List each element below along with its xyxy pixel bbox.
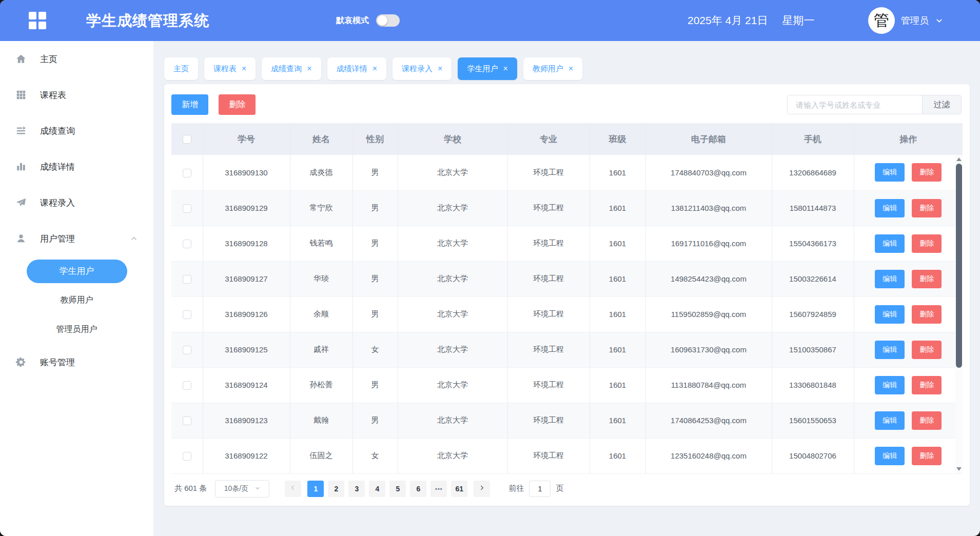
prev-page-button[interactable] [285, 481, 301, 497]
sidebar-item[interactable]: 成绩详情 [0, 149, 153, 185]
next-page-button[interactable] [474, 481, 490, 497]
sidebar-item[interactable]: 账号管理 [0, 344, 153, 380]
table-row: 3168909130 成炎德 男 北京大学 环境工程 1601 17488407… [171, 155, 963, 190]
page-size-select[interactable]: 10条/页 [215, 480, 269, 498]
edit-button[interactable]: 编辑 [875, 341, 905, 359]
main-content: 主页 课程表 × 成绩查询 × 成绩详情 × [154, 41, 980, 536]
filter-button[interactable]: 过滤 [922, 95, 961, 114]
page-number-button[interactable]: 5 [389, 481, 406, 497]
page-list: 1 2 3 4 [307, 481, 467, 497]
student-id-cell: 3168909124 [203, 367, 290, 403]
row-delete-button[interactable]: 删除 [912, 270, 942, 288]
tab[interactable]: 教师用户 × [523, 57, 582, 80]
select-all-checkbox[interactable] [183, 135, 191, 144]
app-menu-grid-icon[interactable] [29, 12, 46, 29]
page-number-button[interactable]: 61 [451, 481, 467, 497]
scroll-down-icon[interactable] [956, 467, 962, 471]
edit-button[interactable]: 编辑 [875, 305, 905, 324]
edit-button[interactable]: 编辑 [875, 376, 905, 394]
row-delete-button[interactable]: 删除 [912, 341, 942, 359]
actions-cell: 编辑 删除 [854, 403, 963, 438]
phone-cell: 15100350867 [772, 332, 854, 367]
page-number-button[interactable]: ••• [430, 481, 447, 497]
gender-cell: 女 [352, 438, 398, 473]
row-delete-button[interactable]: 删除 [912, 447, 942, 465]
vertical-scrollbar[interactable] [955, 155, 963, 473]
edit-button[interactable]: 编辑 [875, 447, 905, 465]
row-checkbox[interactable] [183, 275, 191, 284]
sidebar-item[interactable]: 课程表 [0, 77, 153, 113]
goto-suffix: 页 [556, 484, 563, 493]
row-delete-button[interactable]: 删除 [912, 305, 942, 324]
page-number-button[interactable]: 2 [328, 481, 344, 497]
sidebar-item[interactable]: 用户管理 [0, 221, 153, 256]
gear-icon [15, 356, 27, 368]
row-checkbox[interactable] [183, 416, 191, 425]
page-number-button[interactable]: 3 [348, 481, 365, 497]
actions-cell: 编辑 删除 [854, 296, 963, 332]
sidebar-item[interactable]: 主页 [0, 41, 153, 77]
scrollbar-thumb[interactable] [956, 164, 962, 368]
close-icon[interactable]: × [569, 65, 573, 73]
page-number-button[interactable]: 6 [410, 481, 426, 497]
add-button[interactable]: 新增 [171, 94, 208, 115]
row-delete-button[interactable]: 删除 [912, 199, 942, 217]
search-input[interactable] [788, 95, 922, 114]
sidebar-item[interactable]: 管理员用户 [0, 315, 153, 344]
student-id-cell: 3168909129 [203, 190, 290, 226]
close-icon[interactable]: × [438, 65, 442, 73]
mode-toggle[interactable] [376, 14, 400, 27]
page-number-button[interactable]: 1 [307, 481, 324, 497]
delete-button[interactable]: 删除 [219, 94, 256, 115]
tab[interactable]: 课程表 × [204, 57, 256, 80]
edit-button[interactable]: 编辑 [875, 270, 905, 288]
column-header: 学号 [203, 123, 290, 155]
actions-cell: 编辑 删除 [854, 367, 963, 403]
close-icon[interactable]: × [242, 65, 246, 73]
email-cell: 1131880784@qq.com [645, 367, 772, 403]
phone-cell: 15003226614 [772, 261, 854, 296]
student-id-cell: 3168909122 [203, 438, 290, 473]
chevron-up-icon[interactable] [130, 234, 138, 243]
close-icon[interactable]: × [307, 65, 311, 73]
app-title: 学生成绩管理系统 [86, 0, 209, 41]
user-menu[interactable]: 管 管理员 [868, 0, 944, 41]
actions-cell: 编辑 删除 [854, 226, 963, 261]
name-cell: 钱若鸣 [290, 226, 352, 261]
sidebar-item[interactable]: 课程录入 [0, 185, 153, 221]
row-delete-button[interactable]: 删除 [912, 411, 942, 430]
row-checkbox[interactable] [183, 346, 191, 354]
row-checkbox[interactable] [183, 240, 191, 248]
toggle-knob [377, 15, 387, 26]
row-delete-button[interactable]: 删除 [912, 376, 942, 394]
sidebar-item[interactable]: 教师用户 [0, 286, 153, 315]
edit-button[interactable]: 编辑 [875, 411, 905, 430]
close-icon[interactable]: × [503, 65, 507, 73]
row-delete-button[interactable]: 删除 [912, 163, 942, 182]
row-checkbox[interactable] [183, 204, 191, 213]
checkbox-cell [171, 403, 203, 438]
close-icon[interactable]: × [373, 65, 377, 73]
avatar[interactable]: 管 [868, 7, 895, 34]
major-cell: 环境工程 [507, 296, 590, 332]
goto-page-input[interactable] [529, 481, 551, 497]
tab[interactable]: 主页 [164, 57, 198, 80]
row-checkbox[interactable] [183, 381, 191, 390]
edit-button[interactable]: 编辑 [875, 163, 905, 182]
scroll-up-icon[interactable] [956, 157, 962, 161]
edit-button[interactable]: 编辑 [875, 199, 905, 217]
tab[interactable]: 课程录入 × [393, 57, 452, 80]
sidebar-item[interactable]: 成绩查询 [0, 113, 153, 149]
actions-cell: 编辑 删除 [854, 438, 963, 473]
row-checkbox[interactable] [183, 169, 191, 177]
row-delete-button[interactable]: 删除 [912, 234, 942, 253]
edit-button[interactable]: 编辑 [875, 234, 905, 253]
page-number-button[interactable]: 4 [369, 481, 385, 497]
sidebar-item[interactable]: 学生用户 [0, 256, 153, 286]
tab[interactable]: 学生用户 × [458, 57, 517, 80]
email-cell: 1691711016@qq.com [645, 226, 772, 261]
tab[interactable]: 成绩详情 × [327, 57, 386, 80]
tab[interactable]: 成绩查询 × [262, 57, 321, 80]
row-checkbox[interactable] [183, 310, 191, 319]
row-checkbox[interactable] [183, 452, 191, 461]
